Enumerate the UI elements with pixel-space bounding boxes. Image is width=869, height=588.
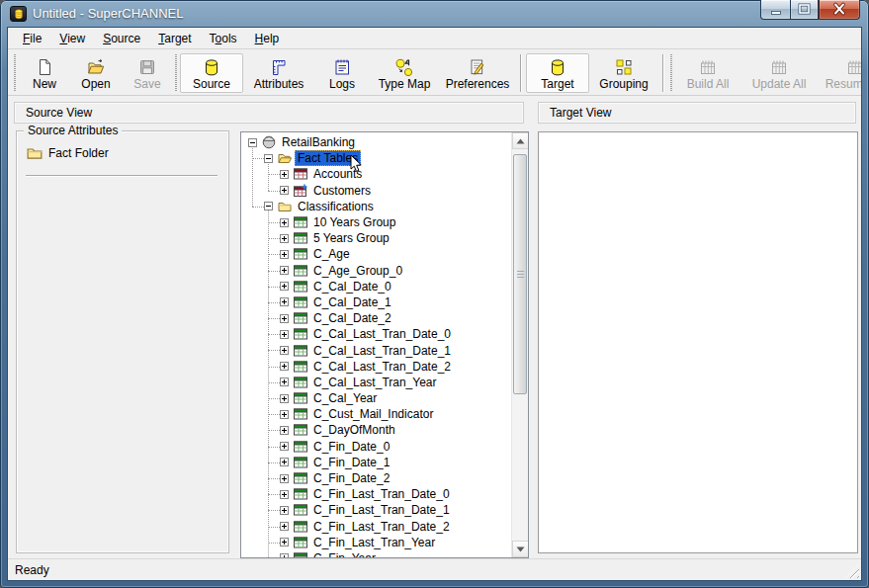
expand-icon[interactable] <box>280 186 289 195</box>
tree-item-c-cal-last-tran-date-1[interactable]: C_Cal_Last_Tran_Date_1 <box>241 342 511 358</box>
tree-item-c-cal-year[interactable]: C_Cal_Year <box>241 390 511 406</box>
open-button[interactable]: Open <box>70 53 122 93</box>
collapse-icon[interactable] <box>264 154 273 163</box>
tree-item-c-fin-year[interactable]: C_Fin_Year <box>241 550 511 557</box>
toolbar-button-label: Source <box>193 77 230 92</box>
expand-icon[interactable] <box>280 490 289 499</box>
menu-bar: FileViewSourceTargetToolsHelp <box>8 28 861 49</box>
expand-icon[interactable] <box>280 346 289 355</box>
title-bar[interactable]: Untitled - SuperCHANNEL <box>0 0 869 28</box>
collapse-icon[interactable] <box>248 138 257 147</box>
expand-icon[interactable] <box>280 314 289 323</box>
resume-all-icon <box>845 56 861 77</box>
source-item-fact-folder[interactable]: Fact Folder <box>27 145 109 161</box>
expand-icon[interactable] <box>280 378 289 386</box>
expand-icon[interactable] <box>280 170 289 179</box>
expand-icon[interactable] <box>280 234 289 243</box>
grouping-button[interactable]: Grouping <box>589 53 658 93</box>
group-separator <box>26 175 217 177</box>
expand-icon[interactable] <box>280 250 289 259</box>
tree-item-5-years-group[interactable]: 5 Years Group <box>241 230 511 246</box>
close-button[interactable] <box>819 0 860 20</box>
tree-item-fact-tables[interactable]: Fact Tables <box>241 150 511 166</box>
expand-icon[interactable] <box>280 410 289 419</box>
expand-icon[interactable] <box>280 553 289 557</box>
menu-view[interactable]: View <box>50 29 94 48</box>
tree-item-c-cal-date-2[interactable]: C_Cal_Date_2 <box>241 310 511 326</box>
tree-item-label: C_Cal_Last_Tran_Date_0 <box>310 327 454 341</box>
scroll-up-icon[interactable] <box>512 132 529 149</box>
tree-connector <box>268 430 280 431</box>
tree-item-c-cal-last-tran-date-2[interactable]: C_Cal_Last_Tran_Date_2 <box>241 359 511 375</box>
tree-item-label: C_Cal_Last_Tran_Year <box>310 376 440 389</box>
maximize-button[interactable] <box>790 0 819 20</box>
tree-item-label: C_Fin_Last_Tran_Date_2 <box>310 520 453 534</box>
tree-item-c-fin-last-tran-date-0[interactable]: C_Fin_Last_Tran_Date_0 <box>241 486 511 502</box>
tree-item-classifications[interactable]: Classifications <box>241 199 511 214</box>
tree-item-c-fin-last-tran-year[interactable]: C_Fin_Last_Tran_Year <box>241 535 511 550</box>
menu-file[interactable]: File <box>14 29 50 48</box>
expand-icon[interactable] <box>280 282 289 291</box>
tree-connector <box>268 494 280 495</box>
source-item-label: Fact Folder <box>48 146 109 160</box>
tree-item-c-age[interactable]: C_Age <box>241 246 511 262</box>
tree-item-c-cal-last-tran-date-0[interactable]: C_Cal_Last_Tran_Date_0 <box>241 326 511 342</box>
expand-icon[interactable] <box>280 266 289 275</box>
expand-icon[interactable] <box>280 506 289 515</box>
tree-item-accounts[interactable]: Accounts <box>241 166 511 182</box>
toolbar-button-label: Build All <box>687 77 730 92</box>
tree-item-10-years-group[interactable]: 10 Years Group <box>241 214 511 230</box>
tree-item-c-fin-date-0[interactable]: C_Fin_Date_0 <box>241 439 511 455</box>
toolbar-separator <box>662 54 664 92</box>
tree-connector <box>268 318 280 319</box>
tree-item-c-fin-date-1[interactable]: C_Fin_Date_1 <box>241 455 511 470</box>
expand-icon[interactable] <box>280 394 289 403</box>
tree-item-c-fin-last-tran-date-2[interactable]: C_Fin_Last_Tran_Date_2 <box>241 519 511 535</box>
tree-item-c-dayofmonth[interactable]: C_DayOfMonth <box>241 422 511 438</box>
tree-item-c-cal-date-0[interactable]: C_Cal_Date_0 <box>241 279 511 294</box>
tree-item-c-fin-last-tran-date-1[interactable]: C_Fin_Last_Tran_Date_1 <box>241 502 511 518</box>
expand-icon[interactable] <box>280 474 289 483</box>
expand-icon[interactable] <box>280 442 289 451</box>
resume-all-button: Resume All <box>818 53 861 93</box>
toolbar-button-label: Attributes <box>254 77 304 92</box>
expand-icon[interactable] <box>280 522 289 531</box>
scrollbar-thumb[interactable] <box>513 154 527 394</box>
scroll-down-icon[interactable] <box>512 541 529 557</box>
resize-grip[interactable] <box>845 564 859 578</box>
minimize-button[interactable] <box>760 0 790 20</box>
tree-item-label: Customers <box>310 184 374 198</box>
expand-icon[interactable] <box>280 297 289 306</box>
tree-item-retailbanking[interactable]: RetailBanking <box>241 134 511 150</box>
collapse-icon[interactable] <box>264 202 273 210</box>
tree-item-c-fin-date-2[interactable]: C_Fin_Date_2 <box>241 470 511 486</box>
source-button[interactable]: Source <box>180 53 243 93</box>
tree-scrollbar[interactable] <box>511 132 528 557</box>
target-button[interactable]: Target <box>526 53 589 93</box>
preferences-button[interactable]: Preferences <box>439 53 516 93</box>
expand-icon[interactable] <box>280 426 289 435</box>
expand-icon[interactable] <box>280 538 289 546</box>
tree-item-customers[interactable]: Customers <box>241 183 511 199</box>
tree-item-c-cust-mail-indicator[interactable]: C_Cust_Mail_Indicator <box>241 406 511 422</box>
logs-button[interactable]: Logs <box>314 53 370 93</box>
toolbar-button-label: Type Map <box>379 77 431 92</box>
menu-help[interactable]: Help <box>246 29 289 48</box>
attributes-button[interactable]: Attributes <box>243 53 314 93</box>
expand-icon[interactable] <box>280 218 289 227</box>
new-button[interactable]: New <box>19 53 70 93</box>
expand-icon[interactable] <box>280 330 289 339</box>
type-map-button[interactable]: Type Map <box>370 53 439 93</box>
main-content: Source View Source Attributes Fact Folde… <box>8 96 861 558</box>
toolbar-separator <box>520 54 522 92</box>
menu-source[interactable]: Source <box>94 29 149 48</box>
update-all-icon <box>769 56 789 77</box>
menu-tools[interactable]: Tools <box>201 29 246 48</box>
tree-item-c-cal-date-1[interactable]: C_Cal_Date_1 <box>241 294 511 310</box>
expand-icon[interactable] <box>280 362 289 371</box>
source-view-header: Source View <box>14 102 524 124</box>
expand-icon[interactable] <box>280 458 289 466</box>
menu-target[interactable]: Target <box>149 29 200 48</box>
tree-item-c-age-group-0[interactable]: C_Age_Group_0 <box>241 263 511 279</box>
tree-item-c-cal-last-tran-year[interactable]: C_Cal_Last_Tran_Year <box>241 375 511 390</box>
